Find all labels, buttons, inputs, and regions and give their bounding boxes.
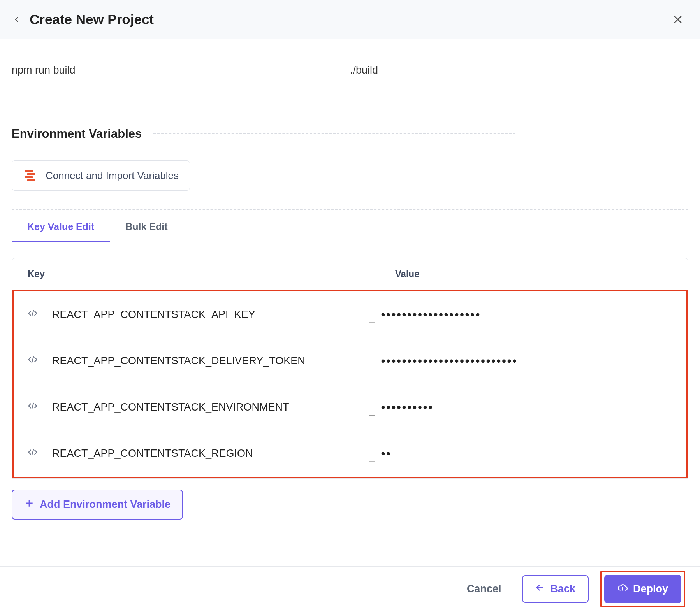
- table-row: REACT_APP_CONTENTSTACK_API_KEY _ •••••••…: [14, 291, 686, 338]
- env-key: REACT_APP_CONTENTSTACK_REGION: [52, 448, 253, 460]
- cloud-deploy-icon: [617, 583, 628, 595]
- add-env-var-label: Add Environment Variable: [40, 499, 171, 511]
- svg-rect-3: [27, 179, 35, 181]
- env-value: •••••••••••••••••••: [381, 308, 673, 321]
- separator: _: [369, 404, 381, 416]
- env-table-header: Key Value: [12, 258, 688, 290]
- back-label: Back: [550, 583, 575, 595]
- table-row: REACT_APP_CONTENTSTACK_REGION _ ••: [14, 430, 686, 477]
- separator: _: [369, 358, 381, 370]
- env-key: REACT_APP_CONTENTSTACK_DELIVERY_TOKEN: [52, 355, 305, 367]
- output-directory-value: ./build: [350, 43, 688, 76]
- separator: _: [369, 312, 381, 324]
- modal-header: Create New Project: [0, 0, 700, 39]
- connect-import-label: Connect and Import Variables: [46, 170, 179, 182]
- code-icon: [27, 354, 40, 368]
- back-button[interactable]: Back: [522, 575, 589, 603]
- code-icon: [27, 308, 40, 321]
- svg-rect-0: [25, 170, 33, 172]
- table-row: REACT_APP_CONTENTSTACK_DELIVERY_TOKEN _ …: [14, 338, 686, 384]
- contentstack-icon: [23, 168, 39, 183]
- deploy-button[interactable]: Deploy: [604, 575, 681, 603]
- divider-dashed: [153, 133, 515, 134]
- env-table: Key Value REACT_APP_CONTENTSTACK_API_KEY…: [12, 258, 688, 479]
- header-left: Create New Project: [12, 12, 154, 27]
- arrow-left-icon: [535, 583, 545, 595]
- env-rows-highlight: REACT_APP_CONTENTSTACK_API_KEY _ •••••••…: [12, 290, 688, 478]
- env-key: REACT_APP_CONTENTSTACK_ENVIRONMENT: [52, 401, 289, 413]
- deploy-label: Deploy: [633, 583, 668, 595]
- build-command-value: npm run build: [12, 43, 350, 76]
- tab-key-value-edit[interactable]: Key Value Edit: [12, 210, 110, 242]
- env-section-header: Environment Variables: [12, 127, 688, 141]
- th-value: Value: [395, 269, 672, 279]
- separator: _: [369, 451, 381, 463]
- connect-import-button[interactable]: Connect and Import Variables: [12, 160, 190, 191]
- code-icon: [27, 447, 40, 460]
- cancel-button[interactable]: Cancel: [457, 576, 511, 602]
- tab-underline: [12, 242, 641, 242]
- env-key: REACT_APP_CONTENTSTACK_API_KEY: [52, 309, 255, 321]
- env-value: ••: [381, 447, 673, 460]
- env-value: ••••••••••: [381, 401, 673, 414]
- plus-icon: [24, 498, 34, 511]
- deploy-highlight: Deploy: [600, 571, 685, 607]
- add-env-var-button[interactable]: Add Environment Variable: [12, 490, 183, 520]
- env-section-title: Environment Variables: [12, 127, 142, 141]
- modal-footer: Cancel Back Deploy: [0, 566, 700, 611]
- content-area: npm run build ./build Environment Variab…: [0, 39, 700, 566]
- th-key: Key: [28, 269, 395, 279]
- build-settings-row: npm run build ./build: [12, 39, 688, 76]
- svg-rect-1: [27, 173, 35, 175]
- back-arrow-icon[interactable]: [12, 14, 23, 25]
- svg-rect-2: [25, 176, 33, 178]
- code-icon: [27, 400, 40, 414]
- tab-bulk-edit[interactable]: Bulk Edit: [110, 210, 183, 242]
- env-value: ••••••••••••••••••••••••••: [381, 355, 673, 368]
- page-title: Create New Project: [30, 12, 154, 27]
- table-row: REACT_APP_CONTENTSTACK_ENVIRONMENT _ •••…: [14, 384, 686, 430]
- close-icon[interactable]: [671, 13, 684, 26]
- env-tabs: Key Value Edit Bulk Edit: [12, 210, 688, 242]
